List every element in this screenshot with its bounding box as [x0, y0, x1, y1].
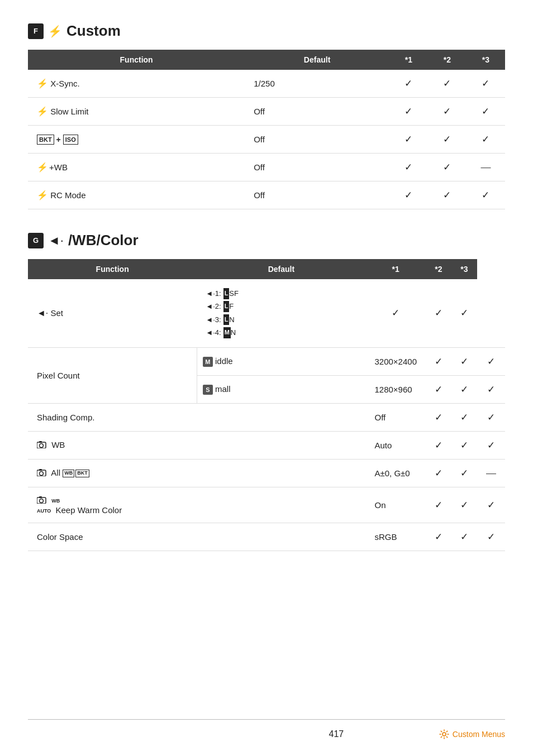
page-number: 417 — [234, 729, 439, 739]
m-badge: M — [223, 327, 231, 338]
c1-cell: ✓ — [426, 403, 451, 431]
bkt-box1: BKT — [37, 135, 54, 145]
svg-rect-8 — [39, 496, 42, 498]
checkmark: ✓ — [460, 468, 468, 479]
flash-wb-icon: ⚡ +WB — [37, 162, 68, 173]
c2-cell: ✓ — [451, 375, 477, 403]
flash-icon: ⚡ — [37, 107, 48, 116]
checkmark: ✓ — [404, 106, 412, 117]
checkmark: ✓ — [435, 412, 442, 423]
checkmark: ✓ — [487, 532, 495, 542]
dash: — — [480, 161, 491, 173]
function-cell: ⚡ +WB — [28, 154, 245, 181]
footer-link-text[interactable]: Custom Menus — [453, 730, 505, 739]
c3-cell: ✓ — [477, 431, 505, 459]
default-cell: Off — [365, 403, 426, 431]
c3-cell: ✓ — [477, 487, 505, 523]
header-default: Default — [245, 50, 389, 70]
svg-rect-5 — [39, 469, 42, 471]
bkt-box: BKT — [75, 470, 89, 477]
table-row: WBAUTO Keep Warm Color On ✓ ✓ ✓ — [28, 487, 505, 523]
checkmark: ✓ — [482, 134, 489, 145]
flash-sym: ⚡ — [37, 162, 48, 173]
c3-cell: ✓ — [467, 70, 505, 98]
checkmark: ✓ — [435, 440, 442, 451]
checkmark: ✓ — [392, 308, 399, 318]
s-sub-box: S — [203, 385, 213, 395]
header-c2: *2 — [428, 50, 467, 70]
checkmark: ✓ — [460, 412, 468, 423]
function-cell: Color Space — [28, 523, 365, 551]
default-cell: Off — [245, 126, 389, 154]
c1-cell: ✓ — [426, 431, 451, 459]
table-row: Shading Comp. Off ✓ ✓ ✓ — [28, 403, 505, 431]
wb-bracket-icon: WB BKT — [63, 470, 89, 477]
drive-sym-3: ◄·3: — [206, 313, 221, 326]
drive-label-box-1: LSF — [223, 287, 239, 300]
c3-cell: ✓ — [467, 181, 505, 209]
section-f-symbol: ⚡ — [48, 25, 62, 38]
c2-cell: ✓ — [426, 279, 451, 347]
function-cell: ◄· Set — [28, 279, 197, 347]
header-c3: *3 — [451, 259, 477, 279]
table-row: Pixel Count M iddle 3200×2400 ✓ ✓ ✓ — [28, 347, 505, 375]
c1-cell: ✓ — [426, 375, 451, 403]
section-f-header: F ⚡ Custom — [28, 22, 505, 40]
section-f-title: Custom — [66, 22, 121, 40]
default-cell: A±0, G±0 — [365, 459, 426, 487]
checkmark: ✓ — [443, 78, 451, 89]
section-g-symbol: ◄· — [48, 233, 64, 248]
all-text: All — [51, 468, 63, 477]
checkmark: ✓ — [460, 500, 468, 510]
c2-cell: ✓ — [451, 347, 477, 375]
drive-sym-2: ◄·2: — [206, 300, 221, 313]
camera-icon3 — [37, 496, 47, 505]
bracket-icon: BKT + ISO — [37, 135, 78, 145]
drive-line-1: ◄·1: LSF — [206, 287, 356, 300]
default-cell: 1280×960 — [365, 375, 426, 403]
bkt-box2: ISO — [63, 135, 78, 145]
drive-sym-4: ◄·4: — [206, 326, 221, 339]
svg-point-7 — [40, 499, 44, 503]
flash-icon: ⚡ — [37, 79, 48, 88]
c3-cell: ✓ — [451, 279, 477, 347]
c1-cell: ✓ — [426, 487, 451, 523]
camera-svg — [37, 441, 47, 448]
m-sub-box: M — [203, 357, 213, 367]
default-cell: Off — [245, 98, 389, 126]
svg-point-1 — [40, 444, 44, 448]
pixel-count-label: Pixel Count — [37, 371, 80, 380]
default-cell: 1/250 — [245, 70, 389, 98]
l-badge: L — [223, 288, 230, 299]
table-row: ⚡ RC Mode Off ✓ ✓ ✓ — [28, 181, 505, 209]
header-function: Function — [28, 259, 197, 279]
section-g-title: /WB/Color — [68, 232, 139, 249]
drive-set-lines: ◄·1: LSF ◄·2: LF ◄·3: — [206, 287, 356, 339]
section-f-table: Function Default *1 *2 *3 ⚡ X-Sync. 1/25… — [28, 50, 505, 209]
section-f-icon: F — [28, 23, 44, 39]
table-row: BKT + ISO Off ✓ ✓ ✓ — [28, 126, 505, 154]
footer-right[interactable]: Custom Menus — [439, 729, 505, 739]
table-row: ◄· Set ◄·1: LSF ◄·2: — [28, 279, 505, 347]
footer-divider — [28, 719, 505, 720]
checkmark: ✓ — [404, 190, 412, 200]
camera-icon2 — [37, 468, 47, 478]
c2-cell: ✓ — [428, 181, 467, 209]
table-row: All WB BKT A±0, G±0 ✓ ✓ — — [28, 459, 505, 487]
c1-cell: ✓ — [426, 347, 451, 375]
page-container: F ⚡ Custom Function Default *1 *2 *3 ⚡ X… — [0, 0, 533, 618]
c1-cell: ✓ — [426, 459, 451, 487]
checkmark: ✓ — [487, 440, 495, 451]
table-header-row: Function Default *1 *2 *3 — [28, 259, 505, 279]
checkmark: ✓ — [404, 162, 412, 173]
checkmark: ✓ — [460, 532, 468, 542]
svg-point-9 — [442, 733, 446, 736]
default-cell: ◄·1: LSF ◄·2: LF ◄·3: — [197, 279, 365, 347]
drive-line-3: ◄·3: LN — [206, 313, 356, 326]
c1-cell: ✓ — [389, 181, 428, 209]
c3-cell: ✓ — [477, 375, 505, 403]
c1-cell: ✓ — [389, 98, 428, 126]
checkmark: ✓ — [482, 190, 489, 200]
function-cell: ⚡ X-Sync. — [28, 70, 245, 98]
checkmark: ✓ — [435, 356, 442, 367]
